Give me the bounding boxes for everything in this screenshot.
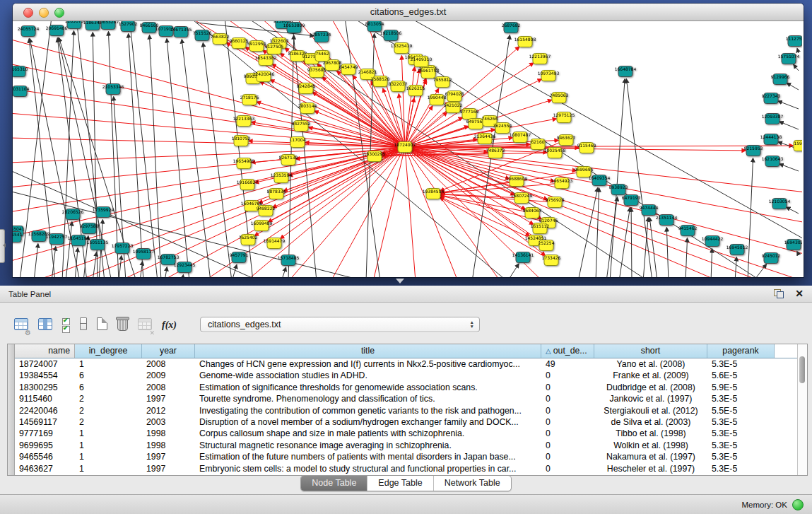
graph-node[interactable]: 15958 bbox=[794, 141, 802, 151]
cell-in-degree[interactable]: 1 bbox=[75, 451, 142, 462]
tab-edge-table[interactable]: Edge Table bbox=[367, 476, 433, 491]
column-header-title[interactable]: title bbox=[195, 344, 541, 358]
table-row[interactable]: 946554611997Estimation of the future num… bbox=[15, 451, 797, 462]
graph-node[interactable]: 5912954 bbox=[247, 41, 266, 52]
cell-out-de-[interactable]: 0 bbox=[541, 440, 594, 451]
graph-node[interactable]: 12093387 bbox=[762, 114, 784, 124]
window-titlebar[interactable]: citations_edges.txt bbox=[13, 4, 804, 21]
network-window[interactable]: citations_edges.txt 18724007183002951938… bbox=[13, 4, 804, 277]
cell-short[interactable]: Yano et al. (2008) bbox=[594, 358, 707, 370]
cell-title[interactable]: Tourette syndrome. Phenomenology and cla… bbox=[195, 393, 541, 404]
graph-node[interactable]: 16409354 bbox=[589, 175, 611, 186]
cell-year[interactable]: 1998 bbox=[142, 440, 195, 451]
graph-node[interactable]: 1265073 bbox=[65, 21, 84, 29]
column-header-in-degree[interactable]: in_degree bbox=[75, 344, 142, 358]
cell-year[interactable]: 2008 bbox=[142, 382, 195, 393]
graph-node[interactable]: 8454749 bbox=[339, 64, 358, 75]
table-row[interactable]: 1830029562008Estimation of significance … bbox=[15, 382, 797, 393]
cell-title[interactable]: Estimation of the future numbers of pati… bbox=[195, 451, 541, 462]
cell-out-de-[interactable]: 0 bbox=[541, 416, 594, 428]
graph-node[interactable]: 7857234 bbox=[312, 32, 331, 42]
graph-node[interactable]: 9777169 bbox=[460, 109, 479, 119]
tab-network-table[interactable]: Network Table bbox=[434, 476, 511, 491]
graph-node[interactable]: 21364436 bbox=[474, 134, 496, 144]
graph-node[interactable]: 10958117 bbox=[133, 249, 155, 259]
cell-name[interactable]: 18300295 bbox=[15, 382, 75, 393]
graph-node[interactable]: 9457791 bbox=[230, 252, 249, 263]
cell-out-de-[interactable]: 0 bbox=[541, 428, 594, 439]
cell-short[interactable]: de Silva et al. (2003) bbox=[594, 416, 707, 428]
cell-in-degree[interactable]: 1 bbox=[75, 358, 142, 370]
graph-node[interactable]: 15051135 bbox=[87, 240, 109, 250]
cell-title[interactable]: Disruption of a novel member of a sodium… bbox=[195, 416, 541, 428]
graph-node[interactable]: 9498222 bbox=[257, 206, 276, 216]
cell-title[interactable]: Genome-wide association studies in ADHD. bbox=[195, 370, 541, 381]
graph-node[interactable]: 16099489 bbox=[251, 221, 273, 231]
cell-name[interactable]: 18724007 bbox=[15, 358, 75, 370]
cell-short[interactable]: Dudbridge et al. (2008) bbox=[594, 382, 707, 393]
zoom-window-icon[interactable] bbox=[54, 8, 64, 18]
cell-short[interactable]: Nakamura et al. (1997) bbox=[594, 451, 707, 462]
graph-node[interactable]: 1810752 bbox=[232, 136, 251, 146]
cell-pagerank[interactable]: 5.5E-5 bbox=[707, 405, 775, 416]
graph-node[interactable]: 9115460 bbox=[577, 143, 596, 153]
cell-in-degree[interactable]: 1 bbox=[75, 463, 142, 474]
graph-node[interactable]: 7515526 bbox=[193, 30, 212, 41]
cell-year[interactable]: 1997 bbox=[142, 463, 195, 474]
scrollbar-thumb[interactable] bbox=[799, 356, 805, 383]
table-row[interactable]: 911546021997Tourette syndrome. Phenomeno… bbox=[15, 393, 797, 404]
graph-node[interactable]: 17359924 bbox=[93, 207, 114, 218]
graph-node[interactable]: 9297588 bbox=[80, 223, 99, 234]
graph-node[interactable]: 10807487 bbox=[510, 132, 531, 143]
cell-title[interactable]: Corpus callosum shape and size in male p… bbox=[195, 428, 541, 439]
graph-node[interactable]: 19218506 bbox=[380, 30, 402, 41]
graph-node[interactable]: 10653287 bbox=[98, 21, 119, 30]
graph-node[interactable]: 9242845 bbox=[297, 83, 316, 94]
cell-year[interactable]: 1998 bbox=[142, 428, 195, 439]
graph-node[interactable]: 24055724 bbox=[18, 26, 40, 37]
table-row[interactable]: 1456911722003Disruption of a novel membe… bbox=[15, 416, 797, 428]
cell-title[interactable]: Estimation of significance thresholds fo… bbox=[195, 382, 541, 393]
cell-pagerank[interactable]: 5.3E-5 bbox=[707, 463, 775, 474]
cell-out-de-[interactable]: 0 bbox=[541, 463, 594, 474]
graph-node[interactable]: 6794028 bbox=[445, 91, 464, 102]
table-row[interactable]: 1872400712008Changes of HCN gene express… bbox=[15, 358, 797, 370]
cell-title[interactable]: Structural magnetic resonance image aver… bbox=[195, 440, 541, 451]
cell-out-de-[interactable]: 0 bbox=[541, 382, 594, 393]
cell-in-degree[interactable]: 1 bbox=[75, 440, 142, 451]
graph-node[interactable]: 20691406 bbox=[46, 25, 68, 36]
cell-pagerank[interactable]: 5.3E-5 bbox=[707, 416, 775, 428]
graph-node[interactable]: 62160 bbox=[531, 139, 545, 150]
cell-name[interactable]: 19384554 bbox=[15, 370, 75, 381]
graph-node[interactable]: 16914479 bbox=[264, 238, 286, 249]
graph-node[interactable]: 1694302 bbox=[784, 240, 802, 250]
cell-year[interactable]: 1997 bbox=[142, 393, 195, 404]
graph-node[interactable]: 9684067 bbox=[523, 208, 542, 218]
cell-pagerank[interactable]: 5.3E-5 bbox=[707, 393, 775, 404]
graph-node[interactable]: 7486372 bbox=[486, 148, 505, 158]
cell-short[interactable]: Hescheler et al. (1997) bbox=[594, 463, 707, 474]
column-header-short[interactable]: short bbox=[594, 344, 707, 358]
graph-node[interactable]: 7663822 bbox=[211, 34, 230, 45]
graph-node[interactable]: 16543382 bbox=[255, 55, 277, 66]
close-panel-icon[interactable]: ✕ bbox=[795, 289, 804, 298]
cell-pagerank[interactable]: 5.3E-5 bbox=[707, 358, 775, 370]
graph-node[interactable]: 9375685 bbox=[307, 67, 326, 78]
table-row[interactable]: 946362711997Embryonic stem cells: a mode… bbox=[15, 463, 797, 474]
graph-node[interactable]: 117004 bbox=[290, 137, 306, 148]
cell-year[interactable]: 2009 bbox=[142, 370, 195, 381]
cell-title[interactable]: Changes of HCN gene expression and I(f) … bbox=[195, 358, 541, 370]
cell-pagerank[interactable]: 5.3E-5 bbox=[707, 451, 775, 462]
graph-node[interactable]: 12975125 bbox=[553, 112, 575, 123]
cell-year[interactable]: 2012 bbox=[142, 405, 195, 416]
cell-short[interactable]: Tibbo et al. (1998) bbox=[594, 428, 707, 439]
graph-node[interactable]: 8938923 bbox=[609, 185, 628, 195]
graph-node[interactable]: 21053346 bbox=[102, 84, 124, 95]
table-row[interactable]: 969969511998Structural magnetic resonanc… bbox=[15, 440, 797, 451]
cell-short[interactable]: Stergiakouli et al. (2012) bbox=[594, 405, 707, 416]
cell-out-de-[interactable]: 0 bbox=[541, 451, 594, 462]
delete-column-icon[interactable] bbox=[117, 317, 128, 334]
graph-node[interactable]: 9474444 bbox=[640, 205, 659, 216]
graph-node[interactable]: 15751074 bbox=[778, 54, 800, 64]
graph-node[interactable]: 9245012 bbox=[762, 253, 781, 264]
